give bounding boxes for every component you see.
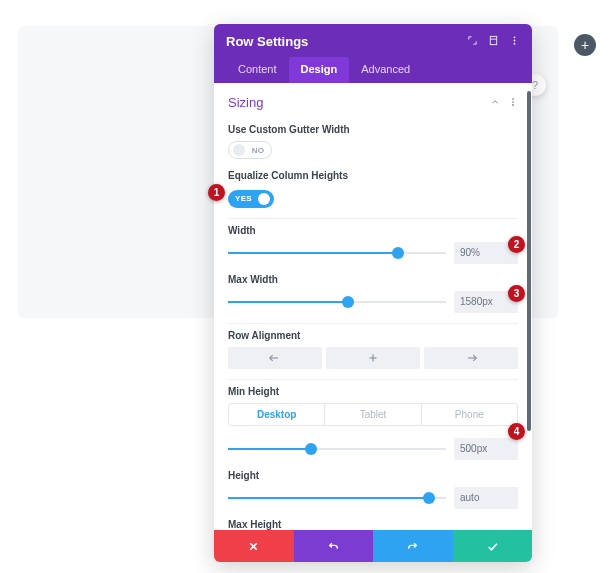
field-equalize: Equalize Column Heights YES: [228, 170, 518, 208]
min-height-input[interactable]: [454, 438, 518, 460]
align-left-button[interactable]: [228, 347, 322, 369]
device-tab-tablet[interactable]: Tablet: [324, 404, 420, 425]
min-height-slider[interactable]: [228, 442, 446, 456]
modal-body: Sizing Use Custom Gutter Width NO: [214, 83, 532, 530]
annotation-badge-3: 3: [508, 285, 525, 302]
section-sizing-header[interactable]: Sizing: [228, 93, 518, 118]
field-max-height: Max Height: [228, 519, 518, 531]
add-section-button[interactable]: +: [574, 34, 596, 56]
undo-button[interactable]: [294, 530, 374, 562]
width-slider[interactable]: [228, 246, 446, 260]
annotation-badge-2: 2: [508, 236, 525, 253]
cancel-button[interactable]: [214, 530, 294, 562]
width-label: Width: [228, 225, 518, 236]
modal-title: Row Settings: [226, 34, 308, 49]
gutter-label: Use Custom Gutter Width: [228, 124, 518, 135]
kebab-icon[interactable]: [509, 35, 520, 48]
row-settings-modal: Row Settings Content Design Advanced S: [214, 24, 532, 562]
field-min-height: Min Height Desktop Tablet Phone: [228, 386, 518, 460]
gutter-toggle[interactable]: NO: [228, 141, 272, 159]
svg-point-3: [514, 40, 516, 42]
svg-point-7: [512, 104, 514, 106]
svg-point-2: [514, 36, 516, 38]
section-kebab-icon[interactable]: [508, 97, 518, 109]
tab-advanced[interactable]: Advanced: [349, 57, 422, 83]
height-label: Height: [228, 470, 518, 481]
field-max-width: Max Width: [228, 274, 518, 313]
height-slider[interactable]: [228, 491, 446, 505]
align-center-button[interactable]: [326, 347, 420, 369]
svg-point-5: [512, 98, 514, 100]
annotation-badge-1: 1: [208, 184, 225, 201]
section-title: Sizing: [228, 95, 263, 110]
redo-button[interactable]: [373, 530, 453, 562]
max-width-label: Max Width: [228, 274, 518, 285]
tab-design[interactable]: Design: [289, 57, 350, 83]
field-row-alignment: Row Alignment: [228, 330, 518, 369]
svg-rect-0: [490, 36, 496, 44]
row-align-label: Row Alignment: [228, 330, 518, 341]
svg-point-4: [514, 43, 516, 45]
field-height: Height: [228, 470, 518, 509]
scrollbar[interactable]: [527, 91, 531, 431]
settings-tabs: Content Design Advanced: [226, 57, 520, 83]
device-tab-desktop[interactable]: Desktop: [229, 404, 324, 425]
min-height-label: Min Height: [228, 386, 518, 397]
snap-icon[interactable]: [488, 35, 499, 48]
device-tabs: Desktop Tablet Phone: [228, 403, 518, 426]
svg-point-6: [512, 101, 514, 103]
equalize-toggle[interactable]: YES: [228, 190, 274, 208]
max-height-label: Max Height: [228, 519, 518, 530]
tab-content[interactable]: Content: [226, 57, 289, 83]
equalize-label: Equalize Column Heights: [228, 170, 518, 181]
annotation-badge-4: 4: [508, 423, 525, 440]
height-input[interactable]: [454, 487, 518, 509]
field-width: Width: [228, 225, 518, 264]
device-tab-phone[interactable]: Phone: [421, 404, 517, 425]
save-button[interactable]: [453, 530, 533, 562]
collapse-icon[interactable]: [490, 97, 500, 109]
modal-header: Row Settings Content Design Advanced: [214, 24, 532, 83]
align-right-button[interactable]: [424, 347, 518, 369]
expand-icon[interactable]: [467, 35, 478, 48]
field-gutter-width: Use Custom Gutter Width NO: [228, 124, 518, 160]
modal-footer: [214, 530, 532, 562]
max-width-slider[interactable]: [228, 295, 446, 309]
